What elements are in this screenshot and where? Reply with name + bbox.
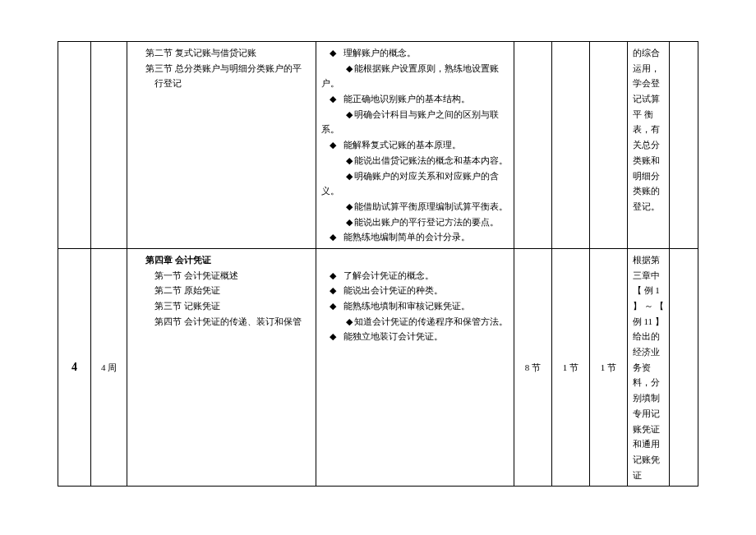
row-number: 4 (58, 248, 91, 486)
hours-1 (514, 42, 551, 249)
hours-3: 1 节 (589, 248, 627, 486)
hours-1: 8 节 (514, 248, 551, 486)
empty-cell (670, 42, 698, 249)
objectives-cell: ◆理解账户的概念。◆能根据账户设置原则，熟练地设置账户。◆能正确地识别账户的基本… (316, 42, 514, 249)
hours-3 (589, 42, 627, 249)
objectives-cell: ◆了解会计凭证的概念。◆能说出会计凭证的种类。◆能熟练地填制和审核记账凭证。◆知… (316, 248, 514, 486)
week-cell (91, 42, 127, 249)
note-cell: 的综合运用，学会登记试算 平 衡表，有关总分类账和明细分类账的登记。 (627, 42, 670, 249)
syllabus-table: 第二节 复式记账与借贷记账第三节 总分类账户与明细分类账户的平行登记◆理解账户的… (58, 41, 698, 487)
empty-cell (670, 248, 698, 486)
note-cell: 根据第三章中 【 例 1 】 ～ 【 例 11 】 给出的经济业务资料，分别填制… (627, 248, 670, 486)
content-cell: 第四章 会计凭证第一节 会计凭证概述第二节 原始凭证第三节 记账凭证第四节 会计… (127, 248, 316, 486)
row-number (58, 42, 91, 249)
hours-2 (551, 42, 589, 249)
week-cell: 4 周 (91, 248, 127, 486)
content-cell: 第二节 复式记账与借贷记账第三节 总分类账户与明细分类账户的平行登记 (127, 42, 316, 249)
hours-2: 1 节 (551, 248, 589, 486)
